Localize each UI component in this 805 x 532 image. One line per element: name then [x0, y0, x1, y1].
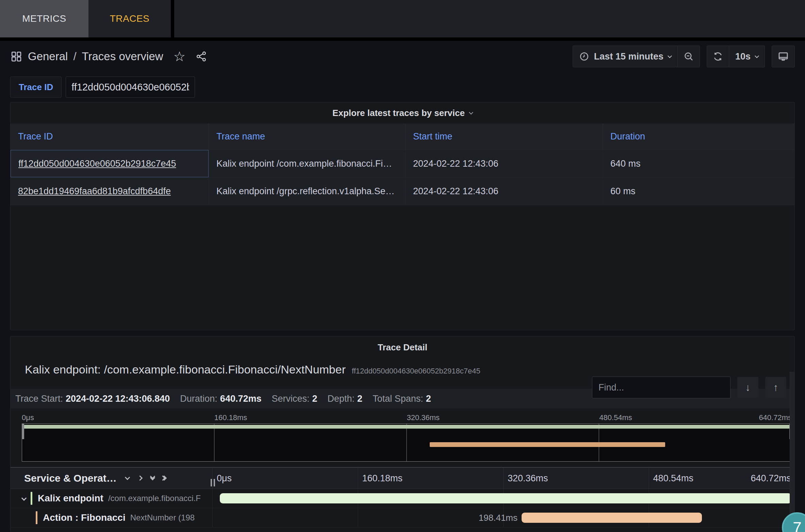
tab-traces[interactable]: TRACES [88, 0, 171, 37]
breadcrumb: General / Traces overview ☆ [10, 50, 207, 63]
trace-id-cell: 82be1dd19469faa6d81b9afcdfb64dfe [11, 178, 209, 205]
trace-id-variable-label: Trace ID [10, 77, 62, 98]
timeline-minimap[interactable] [22, 423, 792, 462]
sort-chevron-down-icon[interactable] [126, 477, 129, 479]
trace-id-link[interactable]: 82be1dd19469faa6d81b9afcdfb64dfe [18, 186, 171, 197]
stat-duration: Duration:640.72ms [180, 394, 261, 404]
timeline-tick-header: 0μs 160.18ms 320.36ms 480.54ms 640.72ms [212, 468, 794, 488]
column-header-start-time[interactable]: Start time [405, 123, 603, 150]
arrow-down-icon: ↓ [745, 382, 751, 393]
refresh-interval-picker[interactable]: 10s [729, 46, 765, 67]
trace-detail-panel-title: Trace Detail [11, 336, 794, 358]
operation-name: /com.example.fibonacci.F [108, 494, 201, 503]
minimap-left-drag-handle[interactable] [22, 423, 24, 439]
collapse-one-icon[interactable] [138, 476, 142, 480]
tick-label: 640.72ms [759, 413, 792, 422]
search-minus-icon [683, 51, 694, 62]
share-icon[interactable] [196, 51, 207, 62]
span-timeline-cell: 198.41ms [212, 508, 794, 527]
operation-name: NextNumber (198 [130, 513, 195, 522]
traces-panel-title-text: Explore latest traces by service [332, 108, 465, 118]
tab-bar-underline [0, 37, 805, 41]
time-range-label: Last 15 minutes [594, 51, 663, 62]
span-name-cell: Kalix endpoint /com.example.fibonacci.F [11, 489, 212, 508]
collapse-chevron-icon[interactable] [22, 495, 26, 501]
dashboard-toolbar: Last 15 minutes 10s [573, 46, 795, 67]
start-time-cell: 2024-02-22 12:43:06 [405, 150, 603, 177]
monitor-icon [777, 51, 789, 62]
tab-traces-label: TRACES [110, 13, 150, 24]
expand-all-icon[interactable] [151, 477, 154, 480]
trace-id-link[interactable]: ff12dd050d004630e06052b2918c7e45 [18, 159, 176, 169]
zoom-out-time-button[interactable] [678, 46, 700, 67]
vertical-scrollbar[interactable] [790, 372, 794, 532]
tick-label: 480.54ms [649, 473, 694, 483]
collapse-all-icon[interactable] [163, 476, 166, 480]
traces-table-panel: Explore latest traces by service Trace I… [10, 102, 795, 330]
service-name: Action : Fibonacci [43, 512, 126, 523]
tick-label: 0μs [22, 413, 34, 422]
tick-label: 640.72ms [751, 473, 791, 483]
breadcrumb-dashboard-title[interactable]: Traces overview [82, 50, 163, 63]
column-header-trace-id[interactable]: Trace ID [11, 123, 209, 150]
timeline-header-row: Service & Operat… 0μs 160.18ms 320.36ms … [11, 467, 794, 489]
panel-menu-chevron-icon [469, 110, 473, 115]
dashboards-grid-icon[interactable] [10, 50, 22, 63]
notification-count: 7 [793, 518, 802, 532]
trace-title: Kalix endpoint: /com.example.fibonacci.F… [25, 363, 346, 376]
duration-cell: 60 ms [603, 178, 794, 205]
start-time-cell: 2024-02-22 12:43:06 [405, 178, 603, 205]
tab-metrics-label: METRICS [22, 13, 66, 24]
variable-row: Trace ID [10, 77, 195, 98]
service-name: Kalix endpoint [38, 493, 103, 504]
tab-metrics[interactable]: METRICS [0, 0, 88, 37]
child-span-bar[interactable] [522, 513, 702, 523]
span-timeline-cell [212, 489, 794, 508]
arrow-up-icon: ↑ [773, 382, 778, 393]
trace-name-cell: Kalix endpoint /com.example.fibonacci.Fi… [209, 150, 405, 177]
grafana-app: METRICS TRACES General / Traces overview… [0, 0, 805, 532]
tick-label: 320.36ms [407, 413, 440, 422]
time-range-picker[interactable]: Last 15 minutes [573, 46, 678, 67]
duration-cell: 640 ms [603, 150, 794, 177]
span-duration-label: 198.41ms [479, 513, 522, 523]
span-name-cell: Action : Fibonacci NextNumber (198 [11, 508, 212, 527]
traces-panel-title[interactable]: Explore latest traces by service [11, 102, 794, 123]
tick-label: 320.36ms [504, 473, 548, 483]
service-color-marker [36, 511, 37, 524]
kiosk-mode-button[interactable] [772, 46, 795, 67]
service-operation-header: Service & Operat… [11, 468, 212, 488]
refresh-icon [712, 51, 723, 62]
find-input[interactable] [592, 377, 730, 398]
root-span-bar[interactable] [220, 493, 792, 503]
trace-detail-panel: Trace Detail Kalix endpoint: /com.exampl… [10, 336, 795, 532]
trace-id-suffix: ff12dd050d004630e06052b2918c7e45 [352, 367, 480, 376]
column-header-duration[interactable]: Duration [603, 123, 794, 150]
service-color-marker [31, 492, 32, 505]
find-prev-button[interactable]: ↑ [765, 377, 786, 398]
stat-services: Services:2 [272, 394, 317, 404]
trace-id-cell: ff12dd050d004630e06052b2918c7e45 [11, 150, 209, 177]
service-operation-label: Service & Operat… [24, 472, 117, 484]
tab-divider [171, 0, 174, 37]
refresh-interval-label: 10s [735, 51, 751, 62]
breadcrumb-separator: / [73, 50, 76, 63]
tick-label: 160.18ms [358, 473, 403, 483]
table-row: ff12dd050d004630e06052b2918c7e45 Kalix e… [11, 150, 794, 178]
refresh-button[interactable] [707, 46, 729, 67]
find-next-button[interactable]: ↓ [737, 377, 758, 398]
tick-label: 480.54ms [599, 413, 632, 422]
favorite-star-icon[interactable]: ☆ [174, 50, 186, 63]
minimap-tick-labels: 0μs 160.18ms 320.36ms 480.54ms 640.72ms [22, 413, 792, 423]
stat-total-spans: Total Spans:2 [373, 394, 431, 404]
breadcrumb-folder[interactable]: General [28, 50, 68, 63]
column-header-trace-name[interactable]: Trace name [209, 123, 405, 150]
chevron-down-icon [755, 54, 759, 58]
stat-depth: Depth:2 [328, 394, 363, 404]
trace-find-controls: ↓ ↑ [592, 377, 786, 398]
span-row-child[interactable]: Action : Fibonacci NextNumber (198 198.4… [11, 508, 794, 528]
tick-label: 160.18ms [214, 413, 247, 422]
trace-id-variable-input[interactable] [66, 77, 195, 98]
span-rows: Kalix endpoint /com.example.fibonacci.F … [11, 489, 794, 528]
span-row-root[interactable]: Kalix endpoint /com.example.fibonacci.F [11, 489, 794, 508]
